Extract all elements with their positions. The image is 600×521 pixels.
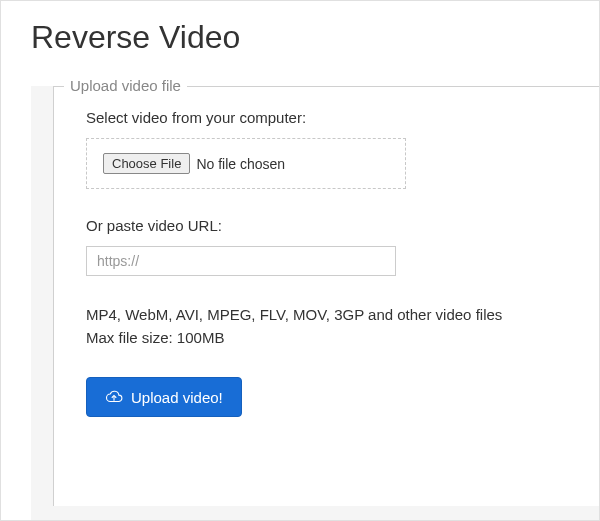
upload-fieldset: Upload video file Select video from your…: [53, 86, 599, 506]
upload-button-label: Upload video!: [131, 389, 223, 406]
inner-panel: Upload video file Select video from your…: [31, 86, 599, 521]
video-url-input[interactable]: [86, 246, 396, 276]
choose-file-button[interactable]: Choose File: [103, 153, 190, 174]
file-status-text: No file chosen: [196, 156, 285, 172]
cloud-upload-icon: [105, 388, 123, 406]
supported-formats-text: MP4, WebM, AVI, MPEG, FLV, MOV, 3GP and …: [86, 304, 567, 327]
upload-video-button[interactable]: Upload video!: [86, 377, 242, 417]
max-file-size-text: Max file size: 100MB: [86, 327, 567, 350]
paste-url-label: Or paste video URL:: [86, 217, 567, 234]
file-drop-area[interactable]: Choose File No file chosen: [86, 138, 406, 189]
fieldset-legend: Upload video file: [64, 77, 187, 94]
info-text: MP4, WebM, AVI, MPEG, FLV, MOV, 3GP and …: [86, 304, 567, 349]
select-computer-label: Select video from your computer:: [86, 109, 567, 126]
page-container: Reverse Video Upload video file Select v…: [0, 0, 600, 521]
page-title: Reverse Video: [1, 1, 599, 68]
